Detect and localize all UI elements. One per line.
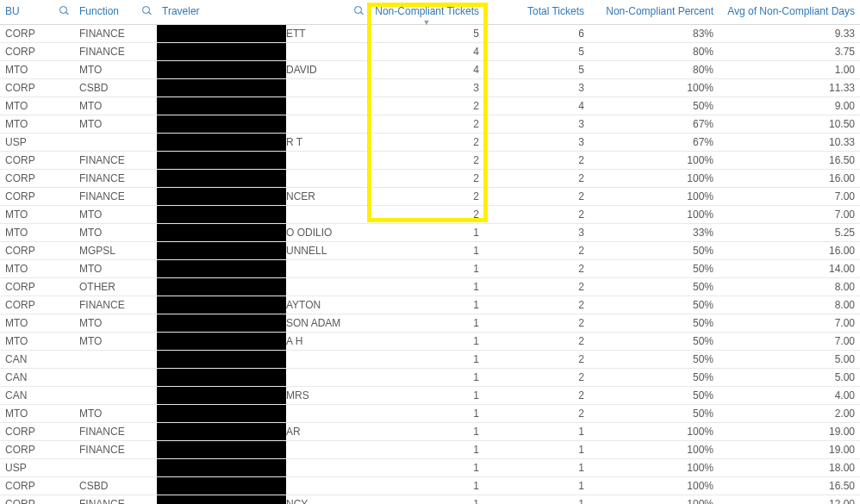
cell-function: MTO: [74, 205, 157, 223]
cell-noncompliant-percent: 50%: [589, 404, 719, 422]
cell-traveler: [157, 350, 369, 368]
cell-traveler: [157, 259, 369, 277]
header-label: BU: [5, 5, 20, 17]
cell-noncompliant-tickets: 1: [369, 277, 484, 296]
table-row[interactable]: MTOMTOSON ADAM1250%7.00: [0, 314, 860, 332]
column-header-avg-noncompliant-days[interactable]: Avg of Non-Compliant Days: [719, 0, 860, 24]
table-row[interactable]: MTOMTOA H1250%7.00: [0, 332, 860, 350]
cell-traveler: [157, 151, 369, 169]
redaction-block: [157, 296, 286, 314]
cell-noncompliant-percent: 100%: [589, 422, 719, 440]
cell-avg-days: 7.00: [719, 332, 860, 350]
cell-noncompliant-tickets: 1: [369, 314, 484, 332]
cell-total-tickets: 6: [484, 24, 589, 42]
table-row[interactable]: MTOMTO DAVID4580%1.00: [0, 60, 860, 78]
cell-avg-days: 8.00: [719, 277, 860, 296]
cell-bu: MTO: [0, 115, 74, 133]
data-table: BU Function Traveler Non-Compliant Ticke…: [0, 0, 860, 504]
cell-noncompliant-percent: 100%: [589, 458, 719, 476]
cell-noncompliant-percent: 100%: [589, 78, 719, 96]
table-row[interactable]: CORPFINANCEAYTON1250%8.00: [0, 296, 860, 314]
traveler-suffix: SON ADAM: [286, 314, 340, 332]
search-icon[interactable]: [59, 6, 69, 16]
cell-noncompliant-percent: 100%: [589, 440, 719, 458]
table-row[interactable]: USP11100%18.00: [0, 458, 860, 476]
table-row[interactable]: CAN1250%5.00: [0, 350, 860, 368]
cell-traveler: ETT: [157, 24, 369, 42]
table-row[interactable]: USPR T2367%10.33: [0, 133, 860, 151]
table-row[interactable]: MTOMTO2450%9.00: [0, 96, 860, 115]
table-wrapper: BU Function Traveler Non-Compliant Ticke…: [0, 0, 860, 504]
cell-bu: MTO: [0, 259, 74, 277]
cell-total-tickets: 2: [484, 314, 589, 332]
traveler-suffix: R T: [286, 134, 302, 151]
column-header-total-tickets[interactable]: Total Tickets: [484, 0, 589, 24]
table-row[interactable]: CORPCSBD11100%16.50: [0, 476, 860, 495]
table-row[interactable]: CORPFINANCEAR11100%19.00: [0, 422, 860, 440]
header-label: Non-Compliant Percent: [606, 5, 714, 17]
table-row[interactable]: CORPCSBD33100%11.33: [0, 78, 860, 96]
cell-noncompliant-percent: 100%: [589, 205, 719, 223]
cell-bu: MTO: [0, 205, 74, 223]
search-icon[interactable]: [354, 6, 364, 16]
cell-noncompliant-tickets: 1: [369, 476, 484, 495]
table-row[interactable]: CORPFINANCENCY11100%12.00: [0, 495, 860, 504]
cell-bu: MTO: [0, 314, 74, 332]
cell-bu: CORP: [0, 495, 74, 504]
cell-traveler: [157, 440, 369, 458]
table-row[interactable]: MTOMTO2367%10.50: [0, 115, 860, 133]
cell-avg-days: 3.75: [719, 42, 860, 60]
cell-bu: CORP: [0, 187, 74, 205]
table-row[interactable]: MTOMTO1250%2.00: [0, 404, 860, 422]
cell-traveler: [157, 458, 369, 476]
search-icon[interactable]: [142, 6, 152, 16]
cell-noncompliant-tickets: 1: [369, 332, 484, 350]
column-header-traveler[interactable]: Traveler: [157, 0, 369, 24]
table-row[interactable]: CORPMGPSLUNNELL1250%16.00: [0, 241, 860, 259]
table-row[interactable]: CORPFINANCE4580%3.75: [0, 42, 860, 60]
cell-bu: CORP: [0, 42, 74, 60]
cell-function: FINANCE: [74, 440, 157, 458]
cell-traveler: [157, 169, 369, 187]
cell-noncompliant-tickets: 1: [369, 458, 484, 476]
table-row[interactable]: MTOMTO22100%7.00: [0, 205, 860, 223]
cell-bu: CORP: [0, 476, 74, 495]
table-row[interactable]: CORPOTHER1250%8.00: [0, 277, 860, 296]
redaction-block: [157, 152, 286, 169]
redaction-block: [157, 333, 286, 350]
cell-noncompliant-tickets: 2: [369, 187, 484, 205]
column-header-noncompliant-tickets[interactable]: Non-Compliant Tickets ▼: [369, 0, 484, 24]
cell-noncompliant-percent: 67%: [589, 115, 719, 133]
cell-avg-days: 14.00: [719, 259, 860, 277]
cell-total-tickets: 2: [484, 259, 589, 277]
column-header-function[interactable]: Function: [74, 0, 157, 24]
cell-noncompliant-tickets: 2: [369, 169, 484, 187]
cell-function: [74, 386, 157, 404]
cell-total-tickets: 3: [484, 78, 589, 96]
table-row[interactable]: CANMRS1250%4.00: [0, 386, 860, 404]
redaction-block: [157, 97, 286, 115]
table-row[interactable]: MTOMTO1250%14.00: [0, 259, 860, 277]
table-row[interactable]: CORPFINANCE22100%16.00: [0, 169, 860, 187]
cell-avg-days: 16.00: [719, 169, 860, 187]
table-row[interactable]: CORPFINANCENCER22100%7.00: [0, 187, 860, 205]
cell-function: FINANCE: [74, 151, 157, 169]
table-row[interactable]: CORPFINANCE22100%16.50: [0, 151, 860, 169]
table-row[interactable]: CAN1250%5.00: [0, 368, 860, 386]
cell-noncompliant-tickets: 1: [369, 259, 484, 277]
table-row[interactable]: MTOMTOO ODILIO1333%5.25: [0, 223, 860, 241]
redaction-block: [157, 351, 286, 368]
column-header-bu[interactable]: BU: [0, 0, 74, 24]
cell-function: CSBD: [74, 476, 157, 495]
table-row[interactable]: CORPFINANCEETT5683%9.33: [0, 24, 860, 42]
cell-function: FINANCE: [74, 495, 157, 504]
cell-noncompliant-percent: 100%: [589, 476, 719, 495]
table-row[interactable]: CORPFINANCE11100%19.00: [0, 440, 860, 458]
column-header-noncompliant-percent[interactable]: Non-Compliant Percent: [589, 0, 719, 24]
cell-avg-days: 5.00: [719, 350, 860, 368]
cell-total-tickets: 1: [484, 440, 589, 458]
cell-avg-days: 16.50: [719, 476, 860, 495]
cell-function: CSBD: [74, 78, 157, 96]
cell-noncompliant-tickets: 2: [369, 151, 484, 169]
cell-total-tickets: 1: [484, 458, 589, 476]
